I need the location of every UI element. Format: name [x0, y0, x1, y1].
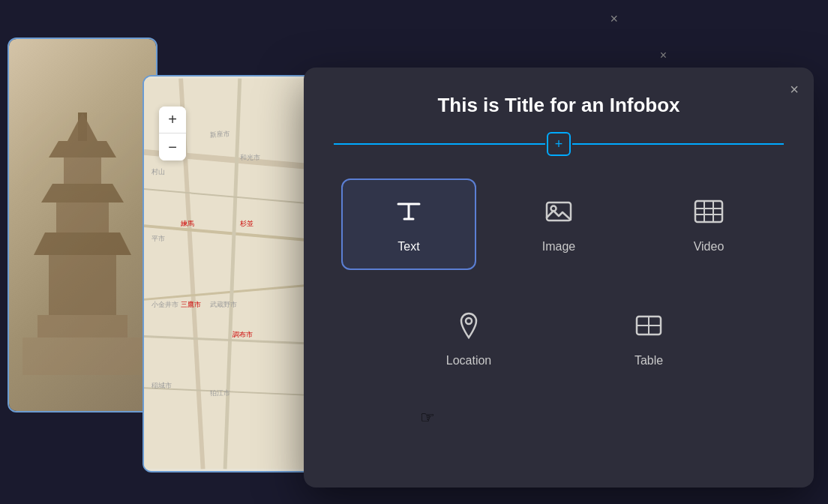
location-icon — [452, 309, 485, 346]
text-icon — [392, 195, 425, 232]
zoom-in-button[interactable]: + — [159, 106, 186, 134]
svg-marker-5 — [41, 184, 124, 202]
svg-rect-0 — [22, 338, 142, 375]
table-label: Table — [634, 354, 663, 368]
table-icon — [632, 309, 665, 346]
svg-rect-2 — [49, 255, 116, 315]
modal-title: This is Title for an Infobox — [304, 68, 814, 117]
svg-rect-31 — [547, 202, 571, 220]
svg-text:狛江市: 狛江市 — [210, 389, 230, 397]
cursor-pointer: ☞ — [420, 408, 435, 428]
close-button-bg1[interactable]: × — [610, 11, 618, 27]
photo-card — [8, 38, 158, 412]
video-label: Video — [694, 240, 724, 254]
pagoda-image — [22, 75, 142, 375]
video-icon — [692, 195, 725, 232]
svg-text:調布市: 調布市 — [232, 331, 253, 338]
text-label: Text — [398, 240, 419, 254]
option-video[interactable]: Video — [641, 178, 776, 270]
infobox-modal: × This is Title for an Infobox + Text — [304, 68, 814, 488]
add-content-button[interactable]: + — [547, 132, 571, 156]
content-type-grid: Text Image — [304, 156, 814, 292]
svg-text:小金井市: 小金井市 — [152, 301, 178, 308]
svg-rect-4 — [56, 202, 109, 232]
option-location[interactable]: Location — [401, 292, 536, 384]
svg-text:練馬: 練馬 — [180, 220, 194, 227]
svg-text:三鷹市: 三鷹市 — [181, 301, 201, 308]
map-card: 新座市 和光市 村山 平市 小金井市 武蔵野市 稲城市 練馬 杉並 三鷹市 調布… — [142, 75, 315, 472]
modal-divider: + — [304, 117, 814, 156]
svg-point-38 — [466, 318, 472, 324]
map-zoom-controls: + − — [159, 106, 186, 160]
svg-rect-6 — [64, 158, 101, 184]
modal-close-button[interactable]: × — [790, 81, 799, 98]
svg-text:杉並: 杉並 — [239, 220, 254, 227]
svg-text:稲城市: 稲城市 — [152, 382, 172, 389]
photo-content — [9, 39, 156, 411]
divider-line-right — [572, 143, 784, 145]
option-image[interactable]: Image — [491, 178, 626, 270]
svg-rect-1 — [38, 315, 128, 338]
svg-marker-7 — [49, 141, 116, 158]
divider-line-left — [334, 143, 545, 145]
location-label: Location — [446, 354, 492, 368]
image-icon — [542, 195, 575, 232]
svg-marker-9 — [68, 112, 98, 141]
svg-rect-33 — [695, 201, 722, 222]
svg-text:武蔵野市: 武蔵野市 — [210, 301, 237, 308]
option-table[interactable]: Table — [581, 292, 716, 384]
close-button-bg2[interactable]: × — [660, 49, 667, 62]
zoom-out-button[interactable]: − — [159, 134, 186, 160]
image-label: Image — [542, 240, 575, 254]
svg-text:和光市: 和光市 — [240, 154, 260, 161]
map-content: 新座市 和光市 村山 平市 小金井市 武蔵野市 稲城市 練馬 杉並 三鷹市 調布… — [144, 76, 314, 471]
svg-text:村山: 村山 — [151, 168, 165, 176]
svg-text:平市: 平市 — [152, 235, 165, 242]
content-type-grid-bottom: Location Table — [304, 292, 814, 406]
option-text[interactable]: Text — [341, 178, 476, 270]
svg-marker-3 — [34, 232, 131, 255]
